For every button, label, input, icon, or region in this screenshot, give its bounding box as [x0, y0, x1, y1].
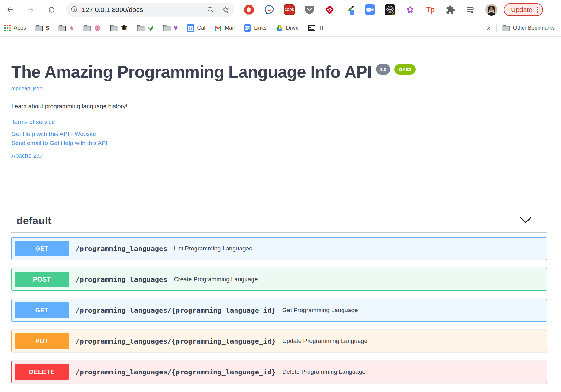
bookmark-folder-brain[interactable] — [83, 25, 101, 31]
page-title: The Amazing Programming Language Info AP… — [11, 63, 372, 81]
dollar-label: $ — [46, 25, 49, 31]
section-collapse-chevron-icon[interactable] — [520, 217, 532, 225]
openapi-json-link[interactable]: /openapi.json — [11, 86, 42, 92]
bookmark-folder-graduation-cap[interactable] — [110, 25, 128, 31]
bookmarks-bar: Apps $ ♞ ♥ 27 Cal Mail Links Drive — [0, 20, 561, 37]
apps-grid-icon — [4, 25, 11, 31]
bookmark-folder-carousel-horse[interactable]: ♞ — [58, 25, 74, 31]
operation-path: /programming_languages/{programming_lang… — [76, 368, 276, 376]
back-arrow-icon — [6, 6, 14, 14]
folder-icon — [83, 25, 91, 31]
terms-of-service-link[interactable]: Terms of service — [11, 119, 55, 126]
folder-icon — [137, 25, 144, 31]
bookmark-drive[interactable]: Drive — [276, 24, 299, 32]
operation-row-put-update[interactable]: PUT /programming_languages/{programming_… — [11, 330, 547, 352]
operation-path: /programming_languages — [76, 276, 167, 283]
folder-icon — [35, 25, 43, 31]
graduation-cap-icon — [121, 25, 128, 31]
red-diamond-arrow-extension-icon[interactable] — [324, 4, 335, 15]
bookmark-star-icon[interactable] — [222, 6, 230, 14]
playlist-extension-icon[interactable] — [465, 4, 476, 15]
api-title-block: The Amazing Programming Language Info AP… — [11, 63, 547, 81]
pocket-extension-icon[interactable] — [304, 4, 315, 15]
purple-heart-icon: ♥ — [173, 25, 178, 31]
folder-icon — [58, 25, 66, 31]
bookmark-folder-dollar[interactable]: $ — [35, 25, 49, 31]
profile-avatar[interactable] — [485, 4, 497, 16]
blue-list-icon — [244, 24, 251, 32]
site-info-icon[interactable] — [71, 5, 78, 14]
bookmark-folder-herb[interactable] — [137, 25, 154, 31]
extensions-puzzle-icon[interactable] — [445, 4, 456, 15]
bookmark-mail[interactable]: Mail — [214, 24, 235, 32]
operation-row-delete[interactable]: DELETE /programming_languages/{programmi… — [11, 361, 547, 383]
url-text[interactable]: 127.0.0.1:8000/docs — [82, 6, 143, 14]
other-bookmarks[interactable]: Other Bookmarks — [502, 25, 555, 31]
api-description: Learn about programming language history… — [11, 103, 547, 110]
bookmark-folder-purple-heart[interactable]: ♥ — [163, 25, 178, 31]
toggl-plan-extension-icon[interactable]: Tp — [425, 4, 436, 15]
operation-path: /programming_languages — [76, 245, 167, 253]
zoom-out-icon[interactable] — [207, 6, 215, 14]
mail-label: Mail — [225, 25, 235, 31]
gmail-icon — [214, 24, 222, 32]
herb-icon — [147, 25, 154, 31]
reload-button[interactable] — [45, 3, 58, 16]
method-badge: POST — [15, 272, 69, 287]
operation-summary: Update Programming Language — [282, 338, 367, 344]
chat-bubble-extension-icon[interactable] — [264, 4, 275, 15]
reload-icon — [48, 6, 56, 14]
bookmark-tf[interactable]: TF — [308, 24, 325, 32]
method-badge: GET — [15, 302, 69, 318]
other-bookmarks-label: Other Bookmarks — [513, 25, 555, 31]
operation-row-post-create[interactable]: POST /programming_languages Create Progr… — [11, 268, 547, 291]
browser-menu-icon[interactable] — [537, 7, 538, 13]
bookmark-calendar[interactable]: 27 Cal — [187, 24, 205, 32]
apps-label: Apps — [14, 25, 26, 31]
cors-extension-icon[interactable]: CORS — [284, 4, 295, 15]
operation-summary: Get Programming Language — [282, 307, 358, 314]
browser-toolbar: 127.0.0.1:8000/docs CORS — [0, 0, 561, 20]
bookmark-links[interactable]: Links — [244, 24, 267, 32]
toggl-plan-label: Tp — [426, 6, 434, 14]
folder-icon — [163, 25, 171, 31]
operation-row-get-list[interactable]: GET /programming_languages List Programm… — [11, 237, 547, 260]
adblock-extension-icon[interactable] — [244, 4, 254, 15]
folder-icon — [502, 25, 510, 31]
operation-path: /programming_languages/{programming_lang… — [76, 337, 276, 345]
bookmark-apps[interactable]: Apps — [4, 25, 26, 31]
method-badge: GET — [15, 241, 69, 256]
operation-summary: Create Programming Language — [174, 276, 258, 283]
drive-label: Drive — [286, 25, 299, 31]
document-card-icon — [308, 24, 316, 32]
brain-icon — [94, 25, 101, 31]
tf-label: TF — [319, 25, 325, 31]
contact-website-link[interactable]: Get Help with this API - Website — [11, 129, 547, 138]
forward-button[interactable] — [25, 3, 37, 16]
operation-summary: List Programming Languages — [174, 245, 252, 252]
license-link[interactable]: Apache 2.0 — [11, 152, 42, 159]
operation-row-get-one[interactable]: GET /programming_languages/{programming_… — [11, 299, 547, 322]
swagger-ui-page: The Amazing Programming Language Info AP… — [0, 63, 561, 383]
url-bar[interactable]: 127.0.0.1:8000/docs — [66, 3, 234, 17]
back-button[interactable] — [4, 3, 16, 16]
method-badge: DELETE — [15, 364, 69, 380]
zoom-extension-icon[interactable] — [365, 4, 375, 15]
calendar-label: Cal — [197, 25, 205, 31]
bookmarks-divider — [496, 24, 497, 32]
google-drive-icon — [276, 24, 283, 32]
react-devtools-extension-icon[interactable] — [385, 4, 395, 15]
google-calendar-icon: 27 — [187, 24, 194, 32]
update-label: Update — [511, 6, 532, 14]
update-button[interactable]: Update — [504, 3, 543, 16]
purple-flower-extension-icon[interactable]: ✿ — [405, 4, 416, 15]
oas3-badge: OAS3 — [394, 64, 416, 75]
color-picker-extension-icon[interactable] — [344, 4, 355, 15]
tag-section-header[interactable]: default — [11, 215, 547, 233]
forward-arrow-icon — [27, 6, 35, 14]
operation-summary: Delete Programming Language — [282, 368, 366, 375]
contact-email-link[interactable]: Send email to Get Help with this API — [11, 138, 547, 148]
bookmarks-overflow-chevron[interactable]: » — [487, 24, 490, 32]
folder-icon — [110, 25, 118, 31]
tag-section-title: default — [16, 215, 51, 227]
